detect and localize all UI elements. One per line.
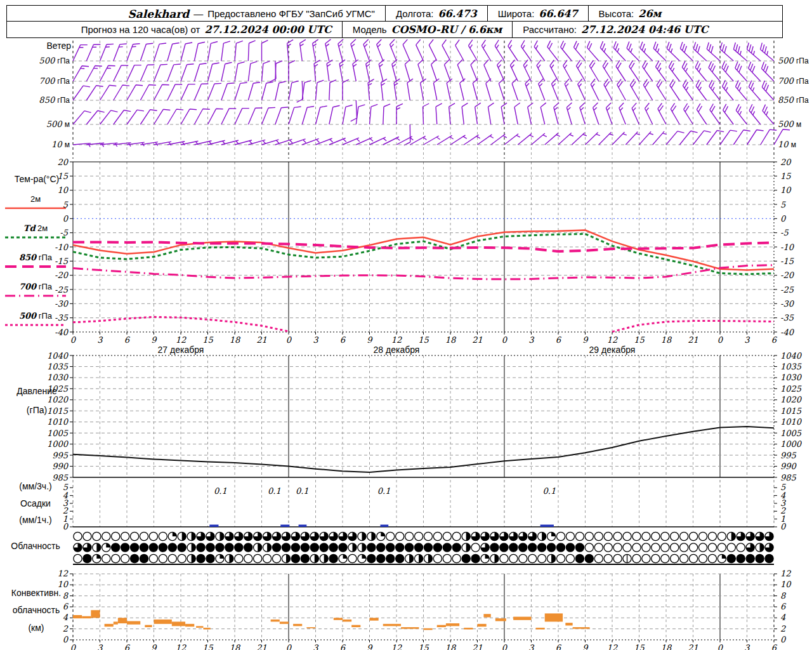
precip-amount-label: 0.1 [268, 486, 281, 496]
convective-tick-right: 8 [780, 591, 787, 600]
hour-label-bottom: 0 [286, 643, 292, 650]
hour-label-bottom: 3 [313, 643, 319, 650]
convective-cloud-bar [334, 618, 343, 620]
convective-cloud-bar [145, 625, 152, 627]
convective-cloud-bar [91, 610, 100, 618]
convective-tick-left: 12 [57, 569, 68, 578]
precip-bar [299, 525, 307, 527]
convective-cloud-bar [280, 621, 289, 623]
temp-tick-right: -20 [780, 270, 795, 280]
wind-level-label-right: 500 м [778, 119, 801, 129]
precip-bar [381, 525, 389, 527]
hour-label: 15 [418, 335, 429, 345]
precip-tick-right: 0 [780, 522, 787, 531]
convective-cloud-bar [536, 628, 545, 630]
hour-label-bottom: 12 [607, 643, 618, 650]
convective-cloud-bar [196, 626, 203, 628]
wind-level-label-right: 10 м [778, 140, 796, 149]
wind-level-label-right: 850 гПа [778, 95, 809, 105]
convective-cloud-bar [82, 616, 91, 618]
hour-label: 0 [717, 335, 724, 345]
convective-cloud-bar [172, 621, 185, 626]
temp-tick-right: -30 [780, 299, 795, 308]
pressure-tick-right: 1035 [780, 362, 802, 371]
temp-tick-right: 15 [780, 171, 791, 181]
temp-series-3 [73, 265, 774, 279]
temp-tick-left: 15 [57, 171, 68, 181]
hour-label-bottom: 6 [124, 643, 131, 650]
pressure-tick-right: 995 [780, 451, 797, 460]
hour-label-bottom: 3 [97, 643, 103, 650]
temp-tick-left: 20 [57, 157, 69, 167]
precip-bar [280, 525, 289, 527]
precip-bar [540, 525, 554, 527]
pressure-tick-right: 985 [780, 473, 797, 482]
temp-tick-left: 10 [57, 185, 69, 195]
hour-label: 0 [70, 335, 77, 345]
hour-label: 12 [391, 335, 402, 345]
hour-label-bottom: 18 [661, 643, 672, 650]
pressure-tick-left: 1020 [47, 395, 69, 404]
cloud-symbol-row [74, 532, 773, 540]
convective-cloud-bar [424, 628, 433, 630]
convective-cloud-bar [127, 621, 140, 625]
wind-level-label-left: 850 гПа [39, 95, 70, 105]
hour-label: 9 [367, 335, 373, 345]
pressure-tick-left: 1025 [47, 384, 69, 394]
temp-tick-right: -25 [780, 285, 794, 295]
convective-cloud-bar [343, 620, 351, 621]
temp-tick-right: 10 [780, 185, 792, 195]
convective-cloud-bar [565, 623, 572, 625]
convective-tick-left: 0 [63, 635, 69, 644]
convective-cloud-bar [483, 614, 490, 617]
temp-tick-right: 20 [780, 157, 792, 167]
temp-tick-left: -15 [55, 256, 69, 266]
hour-label: 21 [472, 335, 483, 345]
convective-cloud-bar [73, 615, 82, 618]
wind-level-label-left: 10 м [51, 140, 70, 149]
hour-label-bottom: 15 [634, 643, 645, 650]
hour-label: 12 [176, 335, 187, 345]
convective-tick-left: 2 [63, 624, 69, 633]
convective-cloud-bar [478, 624, 487, 627]
convective-cloud-bar [370, 618, 379, 620]
convective-tick-right: 10 [780, 580, 792, 589]
hour-label-bottom: 21 [256, 643, 267, 650]
hour-label: 15 [202, 335, 213, 345]
temp-tick-right: 0 [780, 214, 787, 223]
pressure-tick-left: 985 [52, 473, 69, 482]
temp-tick-left: -20 [55, 270, 69, 280]
hour-label: 6 [124, 335, 131, 345]
convective-cloud-bar [446, 623, 459, 626]
hour-label: 3 [744, 335, 750, 345]
hour-label: 3 [528, 335, 535, 345]
convective-tick-right: 6 [780, 602, 787, 611]
hour-label-bottom: 0 [717, 643, 724, 650]
pressure-tick-left: 1000 [47, 439, 69, 449]
pressure-tick-right: 1040 [780, 351, 802, 361]
convective-tick-right: 4 [780, 613, 786, 622]
convective-cloud-bar [306, 627, 315, 628]
hour-label-bottom: 9 [582, 643, 589, 650]
hour-label-bottom: 3 [528, 643, 535, 650]
convective-tick-left: 6 [63, 602, 69, 611]
hour-label: 18 [661, 335, 672, 345]
pressure-tick-right: 1030 [780, 373, 802, 382]
convective-cloud-bar [154, 620, 172, 624]
wind-level-label-left: 700 гПа [39, 76, 70, 86]
pressure-tick-right: 1000 [780, 439, 802, 449]
pressure-tick-right: 1010 [780, 417, 802, 427]
hour-label-bottom: 15 [418, 643, 429, 650]
wind-level-label-right: 500 гПа [778, 56, 809, 65]
hour-label-bottom: 6 [771, 643, 778, 650]
pressure-tick-left: 1005 [47, 428, 69, 438]
convective-cloud-bar [464, 628, 473, 630]
hour-label: 18 [230, 335, 241, 345]
hour-label-bottom: 12 [391, 643, 402, 650]
precip-amount-label: 0.1 [214, 486, 227, 496]
convective-cloud-bar [293, 624, 302, 626]
hour-label: 0 [286, 335, 292, 345]
convective-cloud-bar [513, 617, 531, 620]
pressure-tick-right: 1005 [780, 428, 802, 438]
convective-cloud-bar [271, 620, 280, 621]
